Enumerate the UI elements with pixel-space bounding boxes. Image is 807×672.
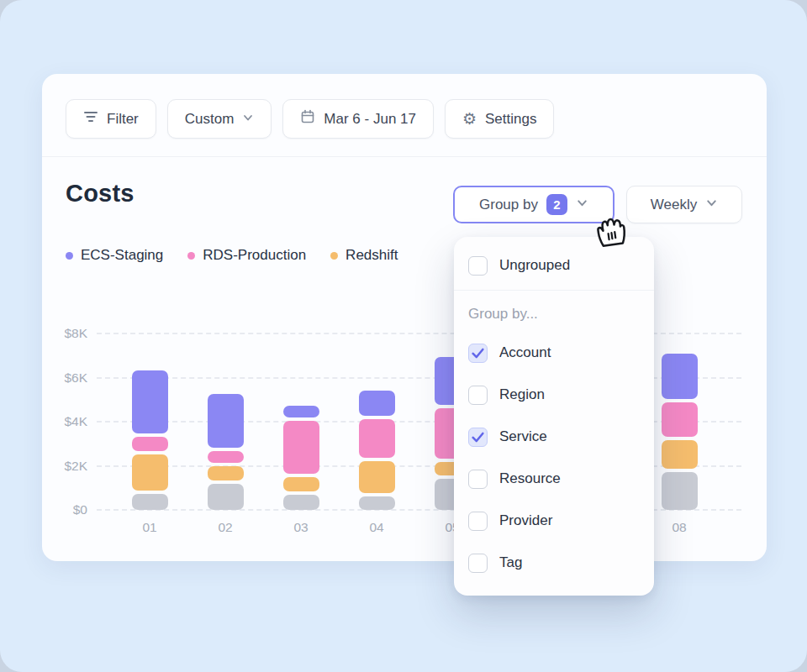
checkbox-provider[interactable] bbox=[468, 512, 488, 531]
group-by-label: Group by bbox=[479, 197, 538, 213]
x-axis-tick-label: 04 bbox=[358, 520, 395, 535]
checkbox-service[interactable] bbox=[468, 428, 488, 447]
checkmark-icon bbox=[472, 432, 484, 443]
menu-item-label: Service bbox=[499, 428, 547, 445]
menu-item-resource[interactable]: Resource bbox=[454, 458, 654, 500]
x-axis-tick-label: 02 bbox=[207, 520, 244, 535]
menu-item-label: Account bbox=[499, 344, 551, 361]
menu-item-provider[interactable]: Provider bbox=[454, 500, 654, 542]
menu-items: AccountRegionServiceResourceProviderTag bbox=[454, 332, 654, 584]
costs-card: Filter Custom Mar 6 - bbox=[42, 74, 767, 561]
checkbox-account[interactable] bbox=[468, 344, 488, 363]
menu-item-label: Region bbox=[499, 386, 545, 403]
menu-section-label: Group by... bbox=[454, 298, 654, 332]
bar-segment-ecs-staging[interactable] bbox=[132, 370, 168, 433]
x-axis-tick-label: 01 bbox=[131, 520, 168, 535]
bar-segment-other[interactable] bbox=[359, 496, 395, 510]
bar-segment-ecs-staging[interactable] bbox=[662, 354, 698, 399]
bar-segment-rds-production[interactable] bbox=[283, 421, 319, 474]
group-by-count-badge: 2 bbox=[546, 194, 567, 215]
chart: $0$2K$4K$6K$8K0102030405060708 bbox=[42, 74, 767, 561]
chevron-down-icon bbox=[576, 197, 588, 213]
bar-segment-rds-production[interactable] bbox=[208, 451, 244, 463]
bar-segment-rds-production[interactable] bbox=[132, 437, 168, 451]
x-axis-tick-label: 08 bbox=[661, 520, 698, 535]
ungrouped-checkbox[interactable] bbox=[468, 256, 488, 276]
bar-segment-other[interactable] bbox=[662, 472, 698, 510]
x-axis-tick-label: 03 bbox=[282, 520, 319, 535]
menu-item-label: Tag bbox=[499, 554, 522, 571]
y-axis-tick-label: $8K bbox=[44, 325, 87, 342]
menu-item-account[interactable]: Account bbox=[454, 332, 654, 374]
checkmark-icon bbox=[472, 348, 484, 359]
bar-segment-rds-production[interactable] bbox=[359, 419, 395, 458]
menu-divider bbox=[454, 290, 654, 291]
menu-item-label: Resource bbox=[499, 470, 561, 487]
bar-segment-ecs-staging[interactable] bbox=[208, 394, 244, 448]
bar-segment-redshift[interactable] bbox=[208, 466, 244, 480]
y-axis-tick-label: $0 bbox=[44, 501, 87, 518]
group-by-menu: Ungrouped Group by... AccountRegionServi… bbox=[454, 237, 654, 596]
y-axis-tick-label: $6K bbox=[44, 370, 87, 386]
checkbox-region[interactable] bbox=[468, 386, 488, 405]
checkbox-tag[interactable] bbox=[468, 554, 488, 573]
bar-segment-redshift[interactable] bbox=[359, 461, 395, 493]
menu-item-service[interactable]: Service bbox=[454, 416, 654, 458]
y-axis-tick-label: $2K bbox=[44, 458, 87, 475]
bar-segment-redshift[interactable] bbox=[132, 454, 168, 491]
y-axis-tick-label: $4K bbox=[44, 413, 87, 430]
group-by-button[interactable]: Group by 2 bbox=[453, 186, 614, 223]
bar-segment-other[interactable] bbox=[132, 494, 168, 510]
bar-segment-other[interactable] bbox=[208, 484, 244, 510]
bar-segment-ecs-staging[interactable] bbox=[359, 391, 395, 416]
bar-segment-redshift[interactable] bbox=[662, 440, 698, 469]
bar-segment-ecs-staging[interactable] bbox=[283, 406, 319, 417]
menu-item-label: Provider bbox=[499, 512, 552, 529]
bar-segment-other[interactable] bbox=[283, 495, 319, 510]
app-background: Filter Custom Mar 6 - bbox=[0, 0, 807, 672]
checkbox-resource[interactable] bbox=[468, 470, 488, 489]
menu-item-ungrouped[interactable]: Ungrouped bbox=[454, 245, 654, 286]
menu-item-tag[interactable]: Tag bbox=[454, 542, 654, 584]
bar-segment-redshift[interactable] bbox=[283, 477, 319, 491]
ungrouped-label: Ungrouped bbox=[499, 257, 570, 274]
menu-item-region[interactable]: Region bbox=[454, 374, 654, 416]
bar-segment-rds-production[interactable] bbox=[662, 402, 698, 437]
